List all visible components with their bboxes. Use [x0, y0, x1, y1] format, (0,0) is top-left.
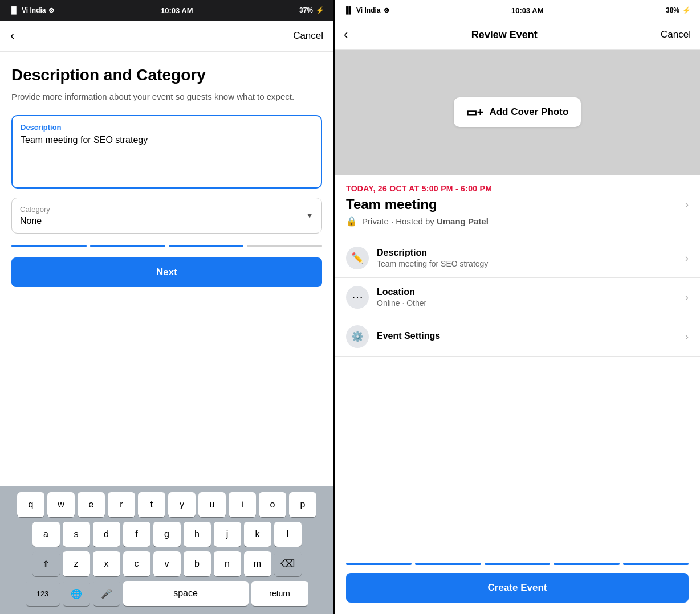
left-back-button[interactable]: ‹	[10, 28, 14, 43]
key-m[interactable]: m	[244, 551, 271, 576]
page-title: Description and Category	[11, 66, 322, 85]
key-j[interactable]: j	[214, 522, 241, 547]
right-nav-bar: ‹ Review Event Cancel	[335, 21, 700, 50]
key-a[interactable]: a	[32, 522, 60, 547]
progress-1	[11, 245, 87, 247]
key-r[interactable]: r	[108, 492, 135, 517]
key-i[interactable]: i	[229, 492, 256, 517]
progress-4	[247, 245, 322, 247]
right-progress-bar	[346, 563, 689, 565]
event-date: TODAY, 26 OCT AT 5:00 PM - 6:00 PM	[346, 184, 689, 193]
key-x[interactable]: x	[93, 551, 120, 576]
right-panel: ▐▌ Vi India ⊗ 10:03 AM 38% ⚡ ‹ Review Ev…	[335, 0, 700, 614]
wifi-icon: ⊗	[48, 6, 54, 14]
mic-key[interactable]: 🎤	[93, 581, 120, 606]
event-name-row[interactable]: Team meeting ›	[346, 197, 689, 212]
add-cover-photo-button[interactable]: ▭+ Add Cover Photo	[454, 97, 581, 127]
key-k[interactable]: k	[244, 522, 271, 547]
right-signal-icon: ▐▌	[344, 6, 353, 14]
key-u[interactable]: u	[198, 492, 226, 517]
keyboard-row-3: ⇧ z x c v b n m ⌫	[3, 551, 330, 576]
space-key[interactable]: space	[123, 581, 249, 606]
location-row-chevron: ›	[685, 292, 689, 304]
event-info: TODAY, 26 OCT AT 5:00 PM - 6:00 PM Team …	[335, 175, 700, 239]
left-panel: ▐▌ Vi India ⊗ 10:03 AM 37% ⚡ ‹ Cancel De…	[0, 0, 333, 614]
key-q[interactable]: q	[17, 492, 44, 517]
right-status-bar: ▐▌ Vi India ⊗ 10:03 AM 38% ⚡	[335, 0, 700, 21]
right-wifi-icon: ⊗	[384, 6, 389, 14]
key-h[interactable]: h	[184, 522, 211, 547]
key-s[interactable]: s	[63, 522, 90, 547]
key-b[interactable]: b	[184, 551, 211, 576]
key-c[interactable]: c	[123, 551, 150, 576]
category-label: Category	[20, 205, 314, 214]
key-t[interactable]: t	[138, 492, 165, 517]
key-g[interactable]: g	[153, 522, 181, 547]
carrier-left: Vi India	[22, 6, 46, 14]
location-row-title: Location	[377, 287, 685, 297]
globe-key[interactable]: 🌐	[63, 581, 90, 606]
left-status-right: 37% ⚡	[299, 6, 324, 14]
settings-row-chevron: ›	[685, 331, 689, 343]
right-status-left: ▐▌ Vi India ⊗	[344, 6, 389, 14]
description-box[interactable]: Description Team meeting for SEO strateg…	[11, 115, 322, 189]
signal-icon: ▐▌	[9, 6, 19, 14]
right-bottom: Create Event	[335, 555, 700, 614]
right-cancel-button[interactable]: Cancel	[661, 29, 691, 40]
right-back-button[interactable]: ‹	[344, 27, 348, 42]
keyboard-row-2: a s d f g h j k l	[3, 522, 330, 547]
shift-key[interactable]: ⇧	[32, 551, 60, 576]
keyboard-row-1: q w e r t y u i o p	[3, 492, 330, 517]
key-p[interactable]: p	[289, 492, 316, 517]
settings-content: Event Settings	[377, 331, 685, 342]
description-row-sub: Team meeting for SEO strategy	[377, 259, 685, 268]
key-w[interactable]: w	[47, 492, 75, 517]
right-prog-4	[554, 563, 619, 565]
event-privacy: 🔒 Private · Hosted by Umang Patel	[346, 216, 689, 234]
key-f[interactable]: f	[123, 522, 150, 547]
key-l[interactable]: l	[274, 522, 302, 547]
location-icon: ⋯	[352, 290, 363, 304]
key-d[interactable]: d	[93, 522, 120, 547]
key-y[interactable]: y	[168, 492, 196, 517]
description-row[interactable]: ✏️ Description Team meeting for SEO stra…	[335, 239, 700, 278]
left-nav-bar: ‹ Cancel	[0, 21, 333, 52]
right-carrier: Vi India	[356, 6, 380, 14]
progress-3	[169, 245, 244, 247]
description-label: Description	[21, 123, 313, 132]
key-o[interactable]: o	[259, 492, 286, 517]
description-icon-wrap: ✏️	[346, 247, 369, 269]
category-box[interactable]: Category None ▼	[11, 198, 322, 234]
next-button[interactable]: Next	[11, 257, 322, 287]
settings-row[interactable]: ⚙️ Event Settings ›	[335, 317, 700, 357]
location-row[interactable]: ⋯ Location Online · Other ›	[335, 278, 700, 317]
settings-icon-wrap: ⚙️	[346, 325, 369, 348]
key-v[interactable]: v	[153, 551, 181, 576]
location-row-sub: Online · Other	[377, 298, 685, 308]
left-cancel-button[interactable]: Cancel	[293, 30, 323, 42]
numbers-key[interactable]: 123	[26, 581, 60, 606]
right-prog-1	[346, 563, 412, 565]
right-prog-3	[485, 563, 550, 565]
pencil-icon: ✏️	[351, 252, 364, 264]
create-event-button[interactable]: Create Event	[346, 573, 689, 603]
location-icon-wrap: ⋯	[346, 286, 369, 309]
right-time: 10:03 AM	[511, 6, 544, 15]
add-photo-icon: ▭+	[466, 105, 484, 119]
progress-2	[90, 245, 165, 247]
event-name-chevron: ›	[685, 199, 689, 211]
description-row-title: Description	[377, 248, 685, 258]
right-battery-icon: ⚡	[682, 6, 691, 14]
add-cover-label: Add Cover Photo	[489, 107, 568, 118]
key-e[interactable]: e	[78, 492, 105, 517]
progress-bar	[11, 245, 322, 247]
cover-photo-area: ▭+ Add Cover Photo	[335, 50, 700, 175]
description-input[interactable]: Team meeting for SEO strategy	[21, 135, 313, 181]
left-content: Description and Category Provide more in…	[0, 52, 333, 486]
lock-icon: 🔒	[346, 216, 357, 227]
return-key[interactable]: return	[251, 581, 308, 606]
key-n[interactable]: n	[214, 551, 241, 576]
key-z[interactable]: z	[63, 551, 90, 576]
left-status-left: ▐▌ Vi India ⊗	[9, 6, 54, 14]
delete-key[interactable]: ⌫	[274, 551, 302, 576]
